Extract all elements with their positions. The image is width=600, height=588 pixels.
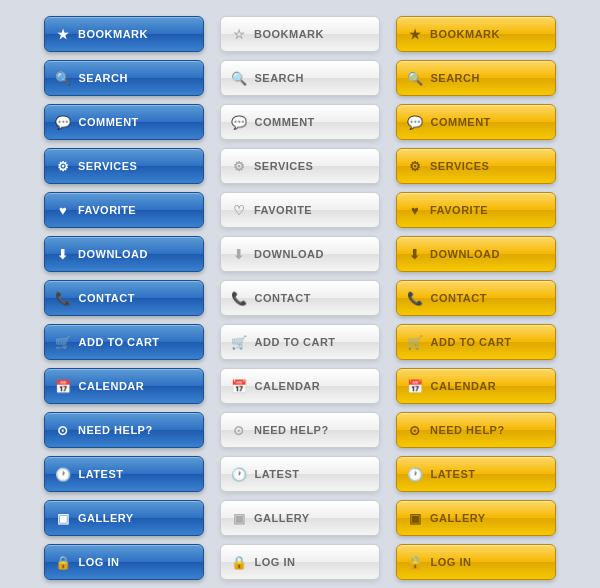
btn-favorite-white[interactable]: ♡FAVORITE xyxy=(220,192,380,228)
button-icon: ♥ xyxy=(55,203,71,218)
button-icon: ⬇ xyxy=(55,247,71,262)
button-icon: 🛒 xyxy=(231,335,248,350)
button-label: NEED HELP? xyxy=(254,424,369,436)
btn-gallery-blue[interactable]: ▣GALLERY xyxy=(44,500,204,536)
button-label: SERVICES xyxy=(78,160,193,172)
button-label: BOOKMARK xyxy=(430,28,545,40)
btn-search-white[interactable]: 🔍SEARCH xyxy=(220,60,380,96)
btn-need-help?-blue[interactable]: ⊙NEED HELP? xyxy=(44,412,204,448)
button-label: FAVORITE xyxy=(254,204,369,216)
btn-log-in-white[interactable]: 🔒LOG IN xyxy=(220,544,380,580)
btn-comment-white[interactable]: 💬COMMENT xyxy=(220,104,380,140)
button-label: GALLERY xyxy=(78,512,193,524)
btn-comment-yellow[interactable]: 💬COMMENT xyxy=(396,104,556,140)
button-icon: 🔍 xyxy=(231,71,248,86)
button-icon: ⚙ xyxy=(231,159,247,174)
btn-bookmark-blue[interactable]: ★BOOKMARK xyxy=(44,16,204,52)
button-icon: 🕐 xyxy=(231,467,248,482)
btn-services-white[interactable]: ⚙SERVICES xyxy=(220,148,380,184)
button-icon: 💬 xyxy=(231,115,248,130)
btn-favorite-blue[interactable]: ♥FAVORITE xyxy=(44,192,204,228)
button-label: GALLERY xyxy=(254,512,369,524)
button-label: COMMENT xyxy=(255,116,370,128)
button-icon: 🔒 xyxy=(55,555,72,570)
button-label: BOOKMARK xyxy=(78,28,193,40)
button-label: SERVICES xyxy=(430,160,545,172)
button-label: CALENDAR xyxy=(255,380,370,392)
btn-latest-yellow[interactable]: 🕐LATEST xyxy=(396,456,556,492)
button-icon: ▣ xyxy=(231,511,247,526)
button-icon: ☆ xyxy=(231,27,247,42)
btn-favorite-yellow[interactable]: ♥FAVORITE xyxy=(396,192,556,228)
button-icon: ▣ xyxy=(407,511,423,526)
btn-calendar-blue[interactable]: 📅CALENDAR xyxy=(44,368,204,404)
button-label: NEED HELP? xyxy=(430,424,545,436)
btn-bookmark-white[interactable]: ☆BOOKMARK xyxy=(220,16,380,52)
button-icon: 📅 xyxy=(55,379,72,394)
btn-latest-blue[interactable]: 🕐LATEST xyxy=(44,456,204,492)
btn-download-blue[interactable]: ⬇DOWNLOAD xyxy=(44,236,204,272)
btn-add-to-cart-yellow[interactable]: 🛒ADD TO CART xyxy=(396,324,556,360)
button-icon: 🕐 xyxy=(407,467,424,482)
btn-contact-white[interactable]: 📞CONTACT xyxy=(220,280,380,316)
button-label: CALENDAR xyxy=(431,380,546,392)
button-icon: ⬇ xyxy=(407,247,423,262)
button-label: ADD TO CART xyxy=(255,336,370,348)
button-label: COMMENT xyxy=(431,116,546,128)
button-icon: ★ xyxy=(55,27,71,42)
button-icon: 📞 xyxy=(55,291,72,306)
btn-add-to-cart-blue[interactable]: 🛒ADD TO CART xyxy=(44,324,204,360)
btn-services-yellow[interactable]: ⚙SERVICES xyxy=(396,148,556,184)
button-label: SEARCH xyxy=(255,72,370,84)
button-label: FAVORITE xyxy=(78,204,193,216)
button-label: LOG IN xyxy=(431,556,546,568)
button-label: ADD TO CART xyxy=(79,336,194,348)
btn-log-in-yellow[interactable]: 🔒LOG IN xyxy=(396,544,556,580)
button-label: BOOKMARK xyxy=(254,28,369,40)
button-icon: 💬 xyxy=(407,115,424,130)
button-label: LATEST xyxy=(255,468,370,480)
button-label: ADD TO CART xyxy=(431,336,546,348)
btn-log-in-blue[interactable]: 🔒LOG IN xyxy=(44,544,204,580)
button-icon: 🕐 xyxy=(55,467,72,482)
btn-contact-yellow[interactable]: 📞CONTACT xyxy=(396,280,556,316)
button-icon: ▣ xyxy=(55,511,71,526)
button-icon: ♥ xyxy=(407,203,423,218)
button-icon: 🔍 xyxy=(55,71,72,86)
btn-comment-blue[interactable]: 💬COMMENT xyxy=(44,104,204,140)
btn-calendar-white[interactable]: 📅CALENDAR xyxy=(220,368,380,404)
button-label: NEED HELP? xyxy=(78,424,193,436)
btn-need-help?-white[interactable]: ⊙NEED HELP? xyxy=(220,412,380,448)
button-label: DOWNLOAD xyxy=(78,248,193,260)
btn-need-help?-yellow[interactable]: ⊙NEED HELP? xyxy=(396,412,556,448)
btn-contact-blue[interactable]: 📞CONTACT xyxy=(44,280,204,316)
button-label: SEARCH xyxy=(431,72,546,84)
btn-search-blue[interactable]: 🔍SEARCH xyxy=(44,60,204,96)
btn-gallery-yellow[interactable]: ▣GALLERY xyxy=(396,500,556,536)
btn-latest-white[interactable]: 🕐LATEST xyxy=(220,456,380,492)
btn-search-yellow[interactable]: 🔍SEARCH xyxy=(396,60,556,96)
button-icon: ★ xyxy=(407,27,423,42)
button-label: CONTACT xyxy=(431,292,546,304)
button-icon: ⊙ xyxy=(407,423,423,438)
button-icon: ⚙ xyxy=(55,159,71,174)
button-icon: ⬇ xyxy=(231,247,247,262)
button-label: COMMENT xyxy=(79,116,194,128)
btn-gallery-white[interactable]: ▣GALLERY xyxy=(220,500,380,536)
button-icon: 🛒 xyxy=(55,335,72,350)
btn-services-blue[interactable]: ⚙SERVICES xyxy=(44,148,204,184)
btn-download-yellow[interactable]: ⬇DOWNLOAD xyxy=(396,236,556,272)
btn-calendar-yellow[interactable]: 📅CALENDAR xyxy=(396,368,556,404)
button-icon: 🛒 xyxy=(407,335,424,350)
button-icon: 🔍 xyxy=(407,71,424,86)
button-icon: 🔒 xyxy=(407,555,424,570)
button-label: FAVORITE xyxy=(430,204,545,216)
button-label: CALENDAR xyxy=(79,380,194,392)
button-label: CONTACT xyxy=(255,292,370,304)
button-icon: ♡ xyxy=(231,203,247,218)
btn-bookmark-yellow[interactable]: ★BOOKMARK xyxy=(396,16,556,52)
button-icon: 🔒 xyxy=(231,555,248,570)
button-label: DOWNLOAD xyxy=(254,248,369,260)
btn-add-to-cart-white[interactable]: 🛒ADD TO CART xyxy=(220,324,380,360)
btn-download-white[interactable]: ⬇DOWNLOAD xyxy=(220,236,380,272)
